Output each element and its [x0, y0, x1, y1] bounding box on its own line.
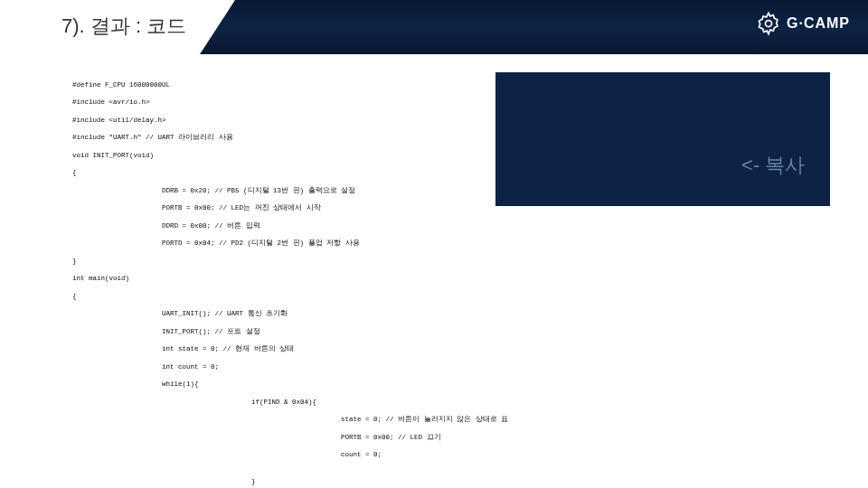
code-line: #include "UART.h" // UART 라이브러리 사용 — [72, 134, 796, 143]
code-line: count = 0; — [72, 451, 796, 460]
code-line: #include <util/delay.h> — [72, 117, 796, 126]
code-line: int main(void) — [72, 275, 796, 284]
code-line: PORTB = 0x00; // LED는 꺼진 상태에서 시작 — [72, 204, 796, 213]
copy-label: <- 복사 — [741, 152, 805, 179]
code-line: PORTB = 0x00; // LED 끄기 — [72, 434, 796, 443]
code-line: #define F_CPU 16000000UL — [72, 81, 796, 90]
logo: G·CAMP — [756, 11, 850, 36]
gear-icon — [756, 11, 781, 36]
header-band: 7). 결과 : 코드 G·CAMP — [0, 0, 868, 54]
svg-point-0 — [766, 21, 772, 27]
code-line: int count = 0; — [72, 363, 796, 372]
code-line: DDRB = 0x20; // PB5 (디지털 13번 핀) 출력으로 설정 — [72, 187, 796, 196]
slide-title: 7). 결과 : 코드 — [61, 13, 186, 40]
code-line: state = 0; // 버튼이 눌러지지 않은 상태로 표 — [72, 416, 796, 425]
code-block: #define F_CPU 16000000UL #include <avr/i… — [72, 72, 796, 488]
logo-text: G·CAMP — [787, 15, 850, 32]
code-line: } — [72, 478, 796, 487]
code-line: UART_INIT(); // UART 통신 초기화 — [72, 310, 796, 319]
code-line: DDRD = 0x00; // 버튼 입력 — [72, 222, 796, 231]
code-line: INIT_PORT(); // 포트 설정 — [72, 328, 796, 337]
code-line: int state = 0; // 현재 버튼의 상태 — [72, 345, 796, 354]
code-line: #include <avr/io.h> — [72, 99, 796, 108]
code-line: } — [72, 258, 796, 267]
code-line: void INIT_PORT(void) — [72, 152, 796, 161]
code-line: while(1){ — [72, 380, 796, 389]
code-line: { — [72, 169, 796, 178]
code-line: PORTD = 0x04; // PD2 (디지털 2번 핀) 풀업 저항 사용 — [72, 239, 796, 249]
code-line: if(PIND & 0x04){ — [72, 399, 796, 408]
code-line: { — [72, 293, 796, 302]
